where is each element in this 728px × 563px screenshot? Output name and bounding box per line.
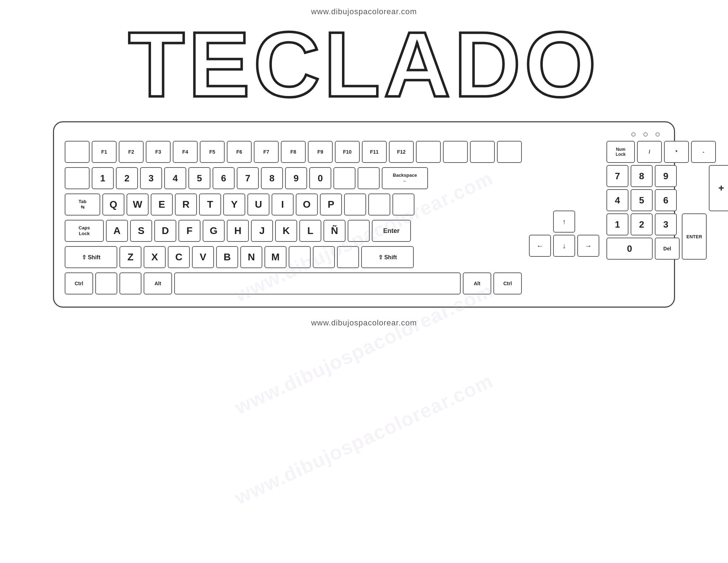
key-comma[interactable] [289,246,311,268]
key-ctrl-right[interactable]: Ctrl [493,272,522,294]
key-5[interactable]: 5 [188,167,210,189]
key-f3[interactable]: F3 [146,141,171,163]
key-q[interactable]: Q [102,193,124,216]
key-num9[interactable]: 9 [655,165,677,187]
key-ctrl-left[interactable]: Ctrl [65,272,93,294]
key-o[interactable]: O [296,193,318,216]
key-s[interactable]: S [130,220,152,242]
key-semicolon[interactable] [348,220,370,242]
key-f2[interactable]: F2 [119,141,144,163]
key-alt-right[interactable]: Alt [463,272,491,294]
key-num8[interactable]: 8 [631,165,653,187]
key-num4[interactable]: 4 [606,189,628,211]
key-num-plus[interactable]: + [709,165,728,211]
key-num-slash[interactable]: / [637,141,662,163]
key-win-left[interactable] [95,272,117,294]
key-n-tilde[interactable]: Ñ [323,220,346,242]
key-f4[interactable]: F4 [173,141,198,163]
key-esc[interactable] [65,141,90,163]
key-v[interactable]: V [192,246,214,268]
key-c[interactable]: C [168,246,190,268]
key-backspace[interactable]: Backspace← [382,167,428,189]
key-backslash[interactable] [392,193,414,216]
key-num1[interactable]: 1 [606,213,628,235]
key-h[interactable]: H [227,220,249,242]
key-num2[interactable]: 2 [631,213,653,235]
key-equals[interactable] [358,167,380,189]
key-4[interactable]: 4 [164,167,186,189]
key-e[interactable]: E [151,193,173,216]
key-d[interactable]: D [154,220,176,242]
key-num-star[interactable]: * [664,141,689,163]
key-f10[interactable]: F10 [335,141,360,163]
key-k[interactable]: K [275,220,297,242]
key-m[interactable]: M [264,246,287,268]
key-l[interactable]: L [299,220,321,242]
key-minus[interactable] [333,167,355,189]
key-f[interactable]: F [178,220,200,242]
key-num7[interactable]: 7 [606,165,628,187]
key-r[interactable]: R [175,193,197,216]
key-z[interactable]: Z [119,246,141,268]
key-num5[interactable]: 5 [631,189,653,211]
key-6[interactable]: 6 [213,167,235,189]
key-7[interactable]: 7 [237,167,259,189]
key-arrow-right[interactable]: → [577,235,599,257]
key-num3[interactable]: 3 [655,213,677,235]
key-alt-left[interactable]: Alt [144,272,172,294]
key-arrow-left[interactable]: ← [529,235,551,257]
key-t[interactable]: T [199,193,221,216]
key-shift-left[interactable]: ⇧ Shift [65,246,117,268]
key-arrow-up[interactable]: ↑ [553,211,575,233]
key-num-enter[interactable]: ENTER [682,213,707,260]
key-backtick[interactable] [65,167,90,189]
key-8[interactable]: 8 [261,167,283,189]
key-i[interactable]: I [272,193,294,216]
led-row [65,132,663,137]
key-f1[interactable]: F1 [92,141,117,163]
key-a[interactable]: A [106,220,128,242]
key-n[interactable]: N [240,246,262,268]
key-slash[interactable] [337,246,359,268]
key-1[interactable]: 1 [92,167,114,189]
key-capslock[interactable]: CapsLock [65,220,104,242]
key-9[interactable]: 9 [285,167,307,189]
key-x[interactable]: X [144,246,166,268]
key-num6[interactable]: 6 [655,189,677,211]
key-num-del[interactable]: Del [655,238,680,260]
key-3[interactable]: 3 [140,167,162,189]
key-p[interactable]: P [320,193,342,216]
key-numlock[interactable]: NumLock [606,141,635,163]
key-f7[interactable]: F7 [254,141,279,163]
key-blank-fn1[interactable] [416,141,441,163]
key-lbracket[interactable] [344,193,366,216]
key-j[interactable]: J [251,220,273,242]
key-blank-fn4[interactable] [497,141,522,163]
key-2[interactable]: 2 [116,167,138,189]
keyboard: F1 F2 F3 F4 F5 F6 F7 F8 F9 F10 F11 F12 [53,121,675,308]
key-f5[interactable]: F5 [200,141,225,163]
key-y[interactable]: Y [223,193,245,216]
key-arrow-down[interactable]: ↓ [553,235,575,257]
key-blank-fn2[interactable] [443,141,468,163]
key-fn[interactable] [119,272,141,294]
key-rbracket[interactable] [368,193,390,216]
key-u[interactable]: U [247,193,269,216]
key-0[interactable]: 0 [309,167,331,189]
key-space[interactable] [174,272,461,294]
key-shift-right[interactable]: ⇧ Shift [361,246,414,268]
key-b[interactable]: B [216,246,238,268]
key-f6[interactable]: F6 [227,141,252,163]
key-g[interactable]: G [203,220,225,242]
key-tab[interactable]: Tab⇆ [65,193,100,216]
key-f12[interactable]: F12 [389,141,414,163]
key-num-minus[interactable]: - [691,141,716,163]
key-period[interactable] [313,246,335,268]
key-f11[interactable]: F11 [362,141,387,163]
key-f8[interactable]: F8 [281,141,306,163]
key-enter[interactable]: Enter [372,220,411,242]
key-blank-fn3[interactable] [470,141,495,163]
key-f9[interactable]: F9 [308,141,333,163]
key-num0[interactable]: 0 [606,238,653,260]
key-w[interactable]: W [127,193,149,216]
